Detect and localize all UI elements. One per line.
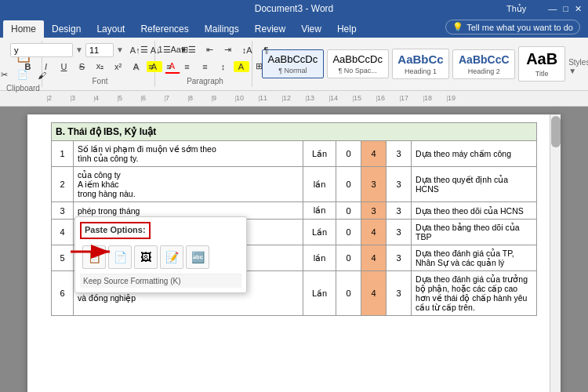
paste-special-btn[interactable]: 🔤 xyxy=(186,245,209,269)
ruler-mark-16: 17 xyxy=(400,96,423,102)
row-viol-1: Số lần vi phạm đi muộn về sớm theotình c… xyxy=(74,141,303,167)
clipboard-label: Clipboard xyxy=(6,82,40,93)
strikethrough-button[interactable]: S xyxy=(74,60,90,74)
sort-button[interactable]: ↕A xyxy=(238,43,256,57)
ruler-mark-12: 13 xyxy=(306,96,329,102)
decrease-indent-button[interactable]: ⇤ xyxy=(202,42,218,57)
italic-button[interactable]: I xyxy=(38,60,54,74)
ruler-mark-3: 4 xyxy=(94,96,118,102)
bullets-button[interactable]: ☰ xyxy=(136,42,152,57)
ruler-mark-11: 12 xyxy=(282,96,306,102)
row-unit-5: lần xyxy=(303,245,336,271)
row-c3-4: 3 xyxy=(387,220,412,245)
row-c0-2: 0 xyxy=(336,167,361,202)
row-c4-1: 4 xyxy=(361,141,387,167)
row-c3-1: 3 xyxy=(387,141,412,167)
numbering-button[interactable]: 1☰ xyxy=(154,42,175,57)
ruler-mark-18: 19 xyxy=(447,96,470,102)
tab-view[interactable]: View xyxy=(293,20,329,38)
ruler-mark-2: 3 xyxy=(71,96,94,102)
style-no-spacing-preview: AaBbCcDc xyxy=(332,53,383,65)
justify-button[interactable]: ≡ xyxy=(198,60,213,74)
cut-button[interactable]: ✂ xyxy=(0,67,12,82)
style-heading2-preview: AaBbCcC xyxy=(459,53,510,66)
document-area: B. Thái độ IBS, Kỷ luật 1 Số lần vi phạm… xyxy=(0,107,588,392)
style-heading1-label: Heading 1 xyxy=(405,67,437,75)
shading-button[interactable]: A xyxy=(234,61,249,72)
ruler-mark-4: 5 xyxy=(118,96,141,102)
underline-button[interactable]: U xyxy=(56,60,72,74)
style-title[interactable]: AaB Title xyxy=(518,46,565,82)
row-c4-2: 3 xyxy=(361,167,387,202)
tab-mailings[interactable]: Mailings xyxy=(197,20,247,38)
row-c3-5: 3 xyxy=(387,245,412,271)
subscript-button[interactable]: x₂ xyxy=(93,59,108,74)
style-heading1[interactable]: AaBbCc Heading 1 xyxy=(392,49,450,79)
font-name-input[interactable] xyxy=(10,43,73,57)
row-unit-3: lần xyxy=(303,202,336,220)
style-heading1-preview: AaBbCc xyxy=(397,53,443,66)
style-no-spacing[interactable]: AaBbCcDc ¶ No Spac... xyxy=(327,49,389,78)
document-page[interactable]: B. Thái độ IBS, Kỷ luật 1 Số lần vi phạm… xyxy=(27,114,561,392)
paste-text-only-btn[interactable]: 📝 xyxy=(160,245,183,269)
ruler-mark-14: 15 xyxy=(353,96,376,102)
tab-references[interactable]: References xyxy=(132,20,196,38)
font-group-label: Font xyxy=(92,75,107,85)
row-viol-2: của công tyA iếm kháctrong hàng nàu. xyxy=(74,167,303,202)
ruler-mark-5: 6 xyxy=(141,96,165,102)
ruler-mark-8: 9 xyxy=(212,96,235,102)
align-right-button[interactable]: ≡ xyxy=(180,60,195,74)
tab-review[interactable]: Review xyxy=(247,20,293,38)
vertical-scrollbar[interactable] xyxy=(550,114,561,392)
style-normal-preview: AaBbCcDc xyxy=(268,53,318,65)
style-heading2[interactable]: AaBbCcC Heading 2 xyxy=(452,49,515,79)
row-num-2: 2 xyxy=(52,167,74,202)
section-header: B. Thái độ IBS, Kỷ luật xyxy=(52,123,537,141)
lightbulb-icon: 💡 xyxy=(452,22,463,32)
borders-button[interactable]: ⊞ xyxy=(252,59,267,74)
ruler-mark-13: 14 xyxy=(329,96,353,102)
scrollbar-thumb[interactable] xyxy=(551,116,561,147)
row-num-3: 3 xyxy=(52,202,74,220)
align-center-button[interactable]: ≡ xyxy=(162,60,177,74)
tab-home[interactable]: Home xyxy=(3,20,44,38)
style-heading2-label: Heading 2 xyxy=(468,67,500,75)
font-expand-icon[interactable]: ▼ xyxy=(75,45,83,54)
styles-group: AaBbCcDc ¶ Normal AaBbCcDc ¶ No Spac... … xyxy=(256,41,588,87)
font-size-expand-icon[interactable]: ▼ xyxy=(116,45,124,54)
multilevel-list-button[interactable]: ⊞☰ xyxy=(177,42,200,57)
ribbon-tabs: Home Design Layout References Mailings R… xyxy=(0,17,588,38)
user-label: Thủy xyxy=(506,4,526,14)
ruler: 2 3 4 5 6 7 8 9 10 11 12 13 14 15 16 17 … xyxy=(0,91,588,107)
maximize-btn[interactable]: □ xyxy=(563,4,568,14)
tab-layout[interactable]: Layout xyxy=(89,20,132,38)
document-title: Document3 - Word xyxy=(255,3,333,14)
align-left-button[interactable]: ≡ xyxy=(143,60,159,74)
tell-me-input[interactable]: 💡 Tell me what you want to do xyxy=(445,20,580,34)
window-controls[interactable]: Thủy — □ ✕ xyxy=(506,4,582,14)
row-note-5: Dựa theo đánh giá của TP, Nhân Sự và các… xyxy=(412,245,537,271)
row-note-4: Dựa theo bảng theo dõi của TBP xyxy=(412,220,537,245)
text-effects-button[interactable]: A xyxy=(129,60,144,74)
font-size-input[interactable] xyxy=(85,43,114,57)
table-row: 1 Số lần vi phạm đi muộn về sớm theotình… xyxy=(52,141,537,167)
row-unit-2: lần xyxy=(303,167,336,202)
tab-design[interactable]: Design xyxy=(44,20,89,38)
row-c0-6: 0 xyxy=(336,271,361,316)
tab-help[interactable]: Help xyxy=(329,20,365,38)
toolbar: 📋 ✂ 📄 🖌 Clipboard ▼ ▼ A↑ A↓ Aa▾ B I U S … xyxy=(0,38,588,91)
row-num-1: 1 xyxy=(52,141,74,167)
minimize-btn[interactable]: — xyxy=(548,4,557,14)
bold-button[interactable]: B xyxy=(20,60,36,74)
tell-me-label: Tell me what you want to do xyxy=(466,23,573,32)
ruler-mark-15: 16 xyxy=(376,96,400,102)
show-marks-button[interactable]: ¶ xyxy=(258,43,274,57)
increase-indent-button[interactable]: ⇥ xyxy=(220,42,236,57)
paste-options-title: Paste Options: xyxy=(80,222,151,239)
paste-picture-btn[interactable]: 🖼 xyxy=(134,245,158,269)
row-c4-5: 4 xyxy=(361,245,387,271)
close-btn[interactable]: ✕ xyxy=(575,4,582,14)
superscript-button[interactable]: x² xyxy=(111,60,126,74)
ruler-mark-1: 2 xyxy=(47,96,71,102)
line-spacing-button[interactable]: ↕ xyxy=(216,60,231,74)
